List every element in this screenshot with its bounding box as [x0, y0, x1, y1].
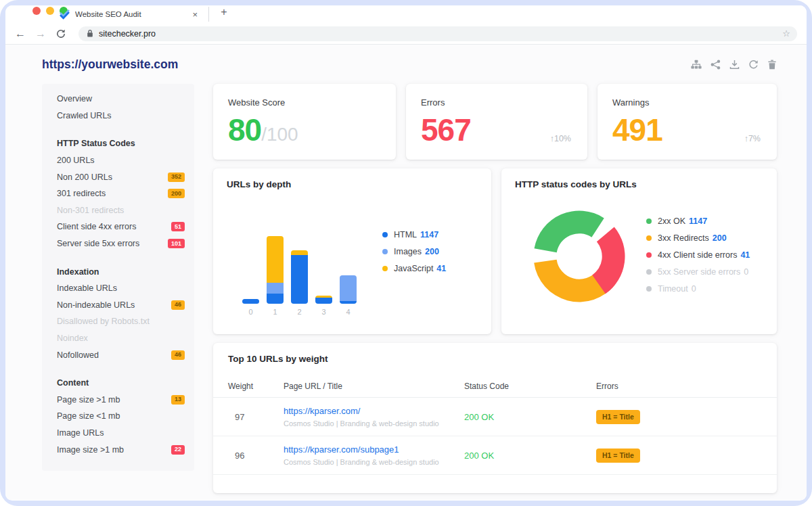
error-badge[interactable]: H1 = Title	[596, 410, 640, 424]
website-score-card: Website Score 80/100	[213, 84, 396, 160]
url-text[interactable]: sitechecker.pro	[99, 29, 777, 39]
warnings-value: 491	[612, 114, 762, 145]
5xx-dot-icon	[646, 269, 652, 275]
table-title: Top 10 URLs by weight	[213, 354, 777, 364]
count-badge: 46	[171, 350, 185, 360]
warnings-card: Warnings 491 ↑7%	[597, 84, 777, 160]
legend-item-images[interactable]: Images200	[382, 246, 446, 257]
table-header-row: Weight Page URL / Title Status Code Erro…	[213, 375, 777, 398]
sidebar-item-5xx-errors[interactable]: Server side 5xx errors101	[42, 235, 194, 252]
new-tab-button[interactable]: +	[217, 6, 231, 18]
chart-title: URLs by depth	[227, 179, 478, 189]
sidebar-item-image-urls[interactable]: Image URLs	[42, 425, 194, 442]
sidebar-item-4xx-errors[interactable]: Client side 4xx errors51	[42, 218, 194, 235]
sidebar-item-indexable-urls[interactable]: Indexable URLs	[42, 280, 194, 297]
reload-button[interactable]	[55, 28, 66, 39]
device-frame: Website SEO Audit × + ← → sitechecker.pr…	[0, 0, 812, 506]
warnings-trend: ↑7%	[744, 134, 761, 143]
legend-item-3xx[interactable]: 3xx Redirects200	[646, 233, 750, 244]
page-url-link[interactable]: https://kparser.com/subpage1	[284, 444, 464, 455]
sidebar-section-http-status-codes: HTTP Status Codes	[42, 135, 194, 152]
donut-chart	[528, 206, 630, 307]
sidebar-section-content: Content	[42, 375, 194, 392]
sidebar-item-page-size-gt-1mb[interactable]: Page size >1 mb13	[42, 392, 194, 409]
tab-separator	[208, 7, 209, 22]
forward-button[interactable]: →	[35, 28, 46, 39]
bar-depth-3[interactable]	[315, 296, 332, 304]
close-tab-icon[interactable]: ×	[192, 9, 198, 20]
sidebar-section-indexation: Indexation	[42, 263, 194, 280]
browser-tab[interactable]: Website SEO Audit ×	[54, 5, 204, 23]
sidebar-item-non-200-urls[interactable]: Non 200 URLs352	[42, 168, 194, 185]
legend-item-timeout[interactable]: Timeout0	[646, 283, 750, 294]
legend-item-javascript[interactable]: JavaScript41	[382, 263, 446, 274]
stat-label: Website Score	[228, 97, 381, 108]
tab-strip: Website SEO Audit × +	[5, 5, 807, 23]
col-weight: Weight	[228, 382, 284, 391]
4xx-dot-icon	[646, 252, 652, 258]
count-badge: 200	[168, 189, 185, 198]
tab-title: Website SEO Audit	[75, 10, 192, 18]
sidebar-item-overview[interactable]: Overview	[42, 91, 194, 108]
count-badge: 352	[168, 172, 185, 182]
col-page-url: Page URL / Title	[284, 382, 464, 391]
report-actions	[691, 60, 777, 70]
legend-item-html[interactable]: HTML1147	[382, 229, 446, 240]
top-urls-table-card: Top 10 URLs by weight Weight Page URL / …	[213, 343, 777, 493]
table-row: 97 https://kparser.com/ Cosmos Studio | …	[213, 398, 777, 436]
bar-depth-2[interactable]	[291, 250, 308, 304]
donut-chart-legend: 2xx OK1147 3xx Redirects200 4xx Client s…	[646, 216, 750, 300]
urls-by-depth-card: URLs by depth	[213, 168, 491, 334]
minimize-window-icon[interactable]	[46, 7, 54, 15]
sitechecker-favicon-icon	[60, 9, 70, 20]
javascript-dot-icon	[382, 266, 388, 271]
legend-item-4xx[interactable]: 4xx Client side errors41	[646, 250, 750, 260]
back-button[interactable]: ←	[15, 28, 26, 39]
stacked-bar-chart	[242, 233, 357, 304]
sitemap-icon[interactable]	[691, 60, 702, 70]
close-window-icon[interactable]	[32, 7, 41, 15]
sidebar-item-200-urls[interactable]: 200 URLs	[42, 152, 194, 169]
sidebar-item-301-redirects[interactable]: 301 redirects200	[42, 185, 194, 202]
count-badge: 13	[171, 395, 185, 405]
sidebar-item-crawled-urls[interactable]: Crawled URLs	[42, 108, 194, 124]
http-status-codes-card: HTTP status codes by URLs 2xx OK1147 3xx…	[501, 168, 777, 334]
bar-chart-legend: HTML1147 Images200 JavaScript41	[382, 229, 446, 280]
page-title: Cosmos Studio | Branding & web-design st…	[284, 458, 464, 466]
bar-depth-4[interactable]	[340, 275, 357, 304]
website-score-value: 80/100	[228, 114, 381, 145]
col-status-code: Status Code	[464, 382, 596, 391]
count-badge: 22	[171, 445, 185, 455]
count-badge: 101	[168, 239, 185, 248]
sidebar-item-non-indexable-urls[interactable]: Non-indexable URLs46	[42, 297, 194, 314]
status-code-value: 200 OK	[464, 451, 596, 461]
weight-value: 97	[228, 412, 284, 422]
html-dot-icon	[382, 232, 388, 237]
count-badge: 46	[171, 300, 185, 310]
error-badge[interactable]: H1 = Title	[596, 448, 640, 463]
sidebar-item-nofollowed[interactable]: Nofollowed46	[42, 346, 194, 363]
report-sidebar: Overview Crawled URLs HTTP Status Codes …	[42, 84, 194, 471]
stat-label: Errors	[421, 97, 572, 108]
timeout-dot-icon	[646, 286, 652, 292]
audited-site-url: https://yourwebsite.com	[42, 58, 178, 72]
chart-title: HTTP status codes by URLs	[515, 179, 763, 189]
donut-segment-2xx[interactable]	[535, 210, 604, 252]
download-icon[interactable]	[729, 60, 740, 70]
sidebar-item-page-size-lt-1mb[interactable]: Page size <1 mb	[42, 408, 194, 425]
legend-item-2xx[interactable]: 2xx OK1147	[646, 216, 750, 227]
legend-item-5xx[interactable]: 5xx Server side errors0	[646, 267, 750, 277]
bookmark-star-icon[interactable]: ☆	[782, 28, 790, 39]
errors-card: Errors 567 ↑10%	[406, 84, 587, 160]
address-bar[interactable]: sitechecker.pro ☆	[78, 26, 797, 41]
page-url-link[interactable]: https://kparser.com/	[284, 406, 464, 416]
table-row: 96 https://kparser.com/subpage1 Cosmos S…	[213, 436, 777, 475]
sidebar-item-image-size-gt-1mb[interactable]: Image size >1 mb22	[42, 441, 194, 458]
share-icon[interactable]	[710, 60, 721, 70]
refresh-icon[interactable]	[748, 60, 759, 70]
bar-depth-1[interactable]	[267, 236, 284, 304]
page-title: Cosmos Studio | Branding & web-design st…	[284, 419, 464, 428]
bar-depth-0[interactable]	[242, 299, 259, 304]
x-axis-labels: 0 1 2 3 4	[242, 308, 357, 316]
delete-icon[interactable]	[767, 60, 777, 70]
